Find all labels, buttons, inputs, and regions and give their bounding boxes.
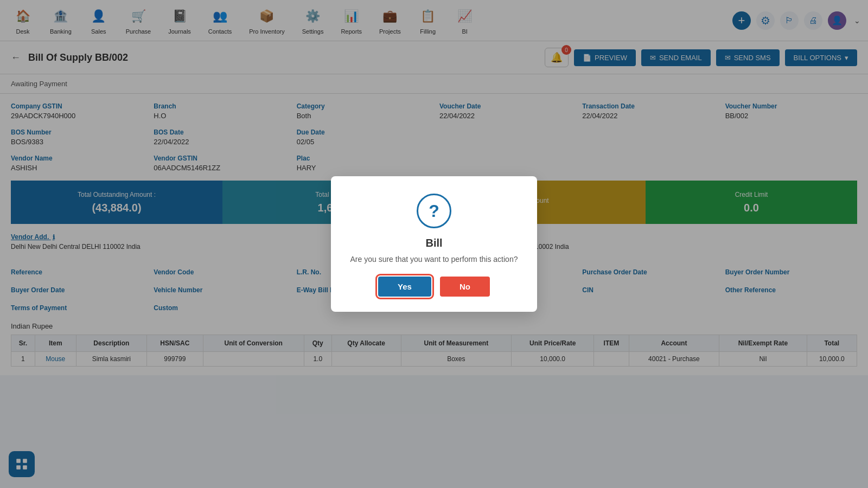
- modal-overlay: ? Bill Are you sure that you want to per…: [0, 0, 868, 488]
- modal-message: Are you sure that you want to perform th…: [347, 255, 521, 264]
- modal-yes-button[interactable]: Yes: [378, 277, 431, 297]
- confirmation-modal: ? Bill Are you sure that you want to per…: [331, 176, 537, 312]
- modal-no-button[interactable]: No: [440, 277, 490, 297]
- modal-question-icon: ?: [417, 194, 451, 228]
- modal-title: Bill: [347, 237, 521, 249]
- modal-buttons: Yes No: [347, 277, 521, 297]
